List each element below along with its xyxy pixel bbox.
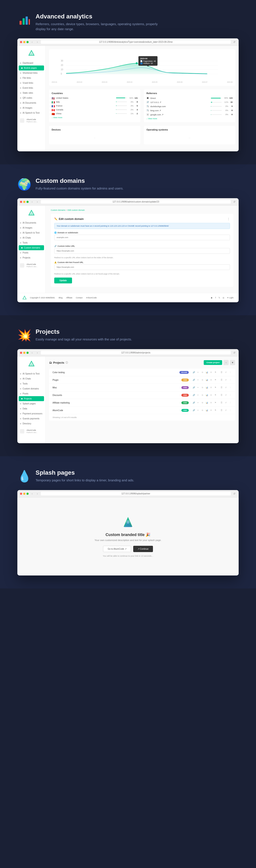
download-icon[interactable]: ⬇ xyxy=(209,378,212,381)
flag-icon[interactable]: ⚑ xyxy=(214,378,217,381)
go-to-button[interactable]: Go to AliumCode ↗ xyxy=(103,546,131,552)
chart-icon[interactable]: 📊 xyxy=(205,371,208,374)
browser-url[interactable]: 127.0.0.1/9086/admin/projects xyxy=(41,351,231,354)
sort-desc-btn[interactable]: ▼ xyxy=(230,360,235,365)
refresh-icon[interactable]: ↺ xyxy=(224,394,227,397)
continue-button[interactable]: ↗ Continue xyxy=(133,546,153,552)
back-btn[interactable]: ‹ xyxy=(30,200,34,204)
sidebar-item-static[interactable]: Static sites xyxy=(17,90,45,95)
sidebar-item-data[interactable]: Data xyxy=(17,406,45,411)
dot-red[interactable] xyxy=(20,352,22,354)
sidebar-item-brand[interactable]: AliumCodePlatform-dev... xyxy=(17,262,45,269)
chart-icon[interactable]: 📊 xyxy=(205,386,208,389)
flag-icon[interactable]: ⚑ xyxy=(214,386,217,389)
breadcrumb-parent[interactable]: Custom domains xyxy=(51,209,65,211)
refresh-icon[interactable]: ↺ xyxy=(224,409,227,412)
social-icon-fb[interactable]: f xyxy=(215,297,216,299)
copy-icon[interactable]: ⧉ xyxy=(201,409,204,412)
back-btn[interactable]: ‹ xyxy=(30,492,34,495)
sort-asc-btn[interactable]: ↑ xyxy=(224,360,229,365)
copy-icon[interactable]: ⧉ xyxy=(201,386,204,389)
flag-icon[interactable]: ⚑ xyxy=(214,394,217,397)
not-found-input[interactable] xyxy=(54,264,230,270)
flag-icon[interactable]: ⚑ xyxy=(214,371,217,374)
footer-link-blog[interactable]: Blog xyxy=(59,297,62,299)
sidebar-item-ai-images[interactable]: AI Images xyxy=(17,105,45,111)
forward-btn[interactable]: › xyxy=(35,492,39,495)
link-icon[interactable]: 🔗 xyxy=(192,378,195,381)
countries-view-more[interactable]: ↓ View more xyxy=(52,117,138,119)
sidebar-item-vcard[interactable]: Vcard links xyxy=(17,81,45,86)
footer-link-affiliate[interactable]: Affiliate xyxy=(66,297,72,299)
sidebar-item-projects[interactable]: Projects xyxy=(17,255,45,260)
chart-icon[interactable]: 📊 xyxy=(205,401,208,404)
archive-icon[interactable]: 🗄 xyxy=(220,409,223,412)
archive-icon[interactable]: 🗄 xyxy=(220,401,223,404)
sidebar-item-pixels[interactable]: Pixels xyxy=(17,391,45,396)
sidebar-item-ai-docs[interactable]: AI Documents xyxy=(17,100,45,105)
sidebar-item-biolink[interactable]: Biolink pages xyxy=(19,65,44,70)
archive-icon[interactable]: 🗄 xyxy=(220,394,223,397)
archive-icon[interactable]: 🗄 xyxy=(220,378,223,381)
save-domain-button[interactable]: Update xyxy=(54,278,72,283)
reload-btn[interactable]: ↺ xyxy=(233,492,236,495)
download-icon[interactable]: ⬇ xyxy=(209,409,212,412)
domain-input[interactable] xyxy=(54,235,230,240)
link-icon[interactable]: 🔗 xyxy=(192,401,195,404)
flag-icon[interactable]: ⚑ xyxy=(214,401,217,404)
copy-icon[interactable]: ⧉ xyxy=(201,401,204,404)
sidebar-item-ai-speech[interactable]: AI Speech to Text xyxy=(17,230,45,235)
sidebar-item-custom-domains[interactable]: Custom domains xyxy=(17,386,45,391)
edit-icon[interactable]: ✏ xyxy=(197,386,200,389)
download-icon[interactable]: ⬇ xyxy=(209,394,212,397)
sidebar-item-ai-images[interactable]: AI Images xyxy=(17,225,45,230)
forward-btn[interactable]: › xyxy=(35,351,39,354)
reload-btn[interactable]: ↺ xyxy=(233,351,236,354)
forward-btn[interactable]: › xyxy=(35,40,39,44)
link-icon[interactable]: 🔗 xyxy=(192,409,195,412)
sidebar-item-pixels[interactable]: Pixels xyxy=(17,250,45,255)
sidebar-item-brand[interactable]: AliumCodePlatform-dev... xyxy=(17,117,45,124)
reload-btn[interactable]: ↺ xyxy=(233,200,236,204)
sidebar-item-tools[interactable]: Tools xyxy=(17,381,45,386)
refresh-icon[interactable]: ↺ xyxy=(224,378,227,381)
download-icon[interactable]: ⬇ xyxy=(209,401,212,404)
chart-icon[interactable]: 📊 xyxy=(205,409,208,412)
sidebar-item-directory[interactable]: Directory xyxy=(17,421,45,426)
sidebar-item-dashboard[interactable]: Dashboard xyxy=(17,61,45,65)
social-icon-tw[interactable]: 𝕏 xyxy=(219,297,220,299)
browser-url[interactable]: 127.0.0.1/9086/admin/custom-domain/updat… xyxy=(41,200,231,204)
index-url-input[interactable] xyxy=(54,248,230,254)
social-icon-yt[interactable]: ▶ xyxy=(211,297,212,299)
sidebar-item-ai-speech[interactable]: AI Speech to Text xyxy=(17,111,45,115)
download-icon[interactable]: ⬇ xyxy=(209,386,212,389)
more-options-btn[interactable]: ⋮ xyxy=(227,217,230,221)
reload-btn[interactable]: ↺ xyxy=(233,40,236,44)
sidebar-item-tools[interactable]: Tools xyxy=(17,240,45,245)
sidebar-item-projects[interactable]: Projects xyxy=(19,396,44,401)
download-icon[interactable]: ⬇ xyxy=(209,371,212,374)
more-icon[interactable]: ⋮ xyxy=(229,409,232,412)
forward-btn[interactable]: › xyxy=(35,200,39,204)
archive-icon[interactable]: 🗄 xyxy=(220,371,223,374)
dot-yellow[interactable] xyxy=(23,352,25,354)
sidebar-item-ai-chats[interactable]: AI Chats xyxy=(17,235,45,240)
more-icon[interactable]: ⋮ xyxy=(229,394,232,397)
footer-link-contact[interactable]: Contact xyxy=(76,297,83,299)
sidebar-item-ai-speech[interactable]: AI Speech to Text xyxy=(17,371,45,376)
refresh-icon[interactable]: ↺ xyxy=(224,371,227,374)
archive-icon[interactable]: 🗄 xyxy=(220,386,223,389)
link-icon[interactable]: 🔗 xyxy=(192,386,195,389)
more-icon[interactable]: ⋮ xyxy=(229,401,232,404)
dot-yellow[interactable] xyxy=(23,41,25,43)
dot-yellow[interactable] xyxy=(23,201,25,203)
sidebar-item-ai-chats[interactable]: AI Chats xyxy=(17,376,45,381)
dot-red[interactable] xyxy=(20,41,22,43)
link-icon[interactable]: 🔗 xyxy=(192,371,195,374)
refresh-icon[interactable]: ↺ xyxy=(224,386,227,389)
sidebar-item-shortened[interactable]: Shortened links xyxy=(17,70,45,75)
sidebar-item-qr[interactable]: QR codes xyxy=(17,95,45,100)
more-icon[interactable]: ⋮ xyxy=(229,386,232,389)
dot-green[interactable] xyxy=(26,493,29,495)
sidebar-item-ai-docs[interactable]: AI Documents xyxy=(17,220,45,225)
